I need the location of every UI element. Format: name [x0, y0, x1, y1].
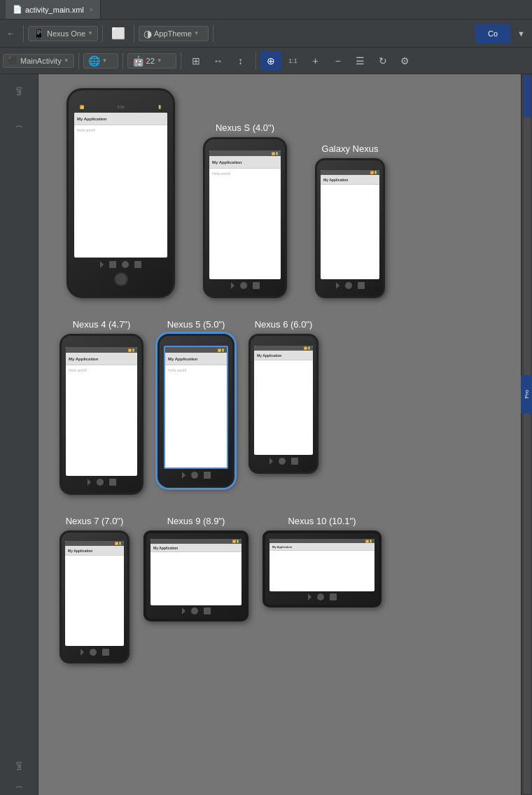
component-panel-btn[interactable]: Co	[475, 24, 510, 43]
toolbar-secondary: ⬛ MainActivity ▼ 🌐 ▼ 🤖 22 ▼ ⊞ ↔ ↕ ⊕ 1:1 …	[0, 48, 532, 74]
canvas-area[interactable]: 📶 5:10 🔋 My Application Hello world!	[38, 74, 521, 795]
nexus-4-content: Hello world!	[69, 368, 87, 372]
left-panel-label-4: )	[15, 786, 22, 788]
galaxy-nexus-label: Galaxy Nexus	[322, 143, 379, 154]
zoom-out-btn[interactable]: −	[328, 51, 349, 71]
nexus-one-device[interactable]: 📶 5:10 🔋 My Application Hello world!	[66, 88, 175, 298]
locale-selector[interactable]: 🌐 ▼	[83, 53, 118, 69]
back-btn-nexus-s	[231, 282, 234, 289]
zoom-in-btn[interactable]: +	[305, 51, 326, 71]
globe-icon: 🌐	[88, 55, 100, 66]
scroll-thumb[interactable]	[524, 76, 531, 118]
nexus-7-label: Nexus 7 (7.0")	[66, 516, 124, 526]
device-row-1: 📶 5:10 🔋 My Application Hello world!	[52, 88, 507, 298]
tab-close-btn[interactable]: ×	[90, 6, 93, 13]
nexus-10-screen: 📶🔋 My Application	[270, 539, 374, 591]
nexus-4-device[interactable]: 📶🔋 My Application Hello world!	[59, 334, 144, 495]
nexus-s-device[interactable]: 📶🔋 My Application Hello world!	[203, 137, 287, 298]
nexus-4-label: Nexus 4 (4.7")	[73, 319, 131, 330]
nexus-5-device[interactable]: 📶🔋 My Application Hello world!	[158, 334, 234, 488]
nexus-s-nav	[231, 282, 260, 289]
home-btn-nexus-6	[279, 458, 286, 465]
file-tab[interactable]: 📄 activity_main.xml ×	[6, 0, 101, 19]
refresh-icon: ↻	[379, 55, 387, 66]
zoom-fit-icon: 1:1	[288, 57, 298, 64]
api-selector[interactable]: 🤖 22 ▼	[127, 53, 176, 69]
nexus-5-content: Hello world!	[168, 368, 186, 372]
menu-btn-nexus-one	[109, 261, 116, 268]
blueprint-btn[interactable]: ☰	[350, 51, 371, 71]
device-selector[interactable]: 📱 Nexus One ▼	[28, 26, 98, 41]
settings-btn[interactable]: ⚙	[395, 51, 416, 71]
nexus-10-device[interactable]: 📶🔋 My Application	[262, 530, 382, 607]
nexus-one-screen: My Application Hello world!	[74, 113, 167, 258]
nexus-10-container: Nexus 10 (10.1") 📶🔋 My Application	[262, 516, 382, 607]
menu-btn-nexus-10	[330, 593, 337, 600]
nexus-4-container: Nexus 4 (4.7") 📶🔋 My Application Hello w…	[59, 319, 144, 495]
menu-btn-nexus-9	[204, 607, 211, 614]
galaxy-nexus-device[interactable]: 📶🔋 My Application	[315, 158, 385, 298]
toolbar2-sep-1	[78, 52, 79, 69]
nexus-one-content: Hello world!	[77, 128, 95, 132]
nexus-one-nav	[100, 261, 141, 268]
fit-screen-btn[interactable]: ⊞	[186, 51, 206, 71]
nexus-one-home-button[interactable]	[114, 272, 128, 286]
left-panel-label-3: tal)	[15, 761, 22, 771]
nexus-10-label: Nexus 10 (10.1")	[288, 516, 356, 526]
resize-h-btn[interactable]: ↔	[208, 51, 229, 71]
theme-dropdown-arrow: ▼	[194, 30, 200, 36]
fit-screen-icon: ⊞	[192, 55, 200, 66]
home-btn-nexus-10	[317, 593, 324, 600]
back-btn-nexus-5	[182, 472, 186, 479]
resize-v-btn[interactable]: ↕	[230, 51, 251, 71]
menu-btn-nexus-s	[253, 282, 260, 289]
home-btn-nexus-s	[240, 282, 247, 289]
nav-back-icon: ←	[7, 29, 15, 38]
theme-label: AppTheme	[154, 29, 192, 38]
nexus-10-app-title: My Application	[272, 545, 292, 549]
refresh-btn[interactable]: ↻	[372, 51, 393, 71]
tab-bar: 📄 activity_main.xml ×	[0, 0, 532, 20]
toolbar2-sep-4	[255, 52, 256, 69]
theme-selector[interactable]: ◑ AppTheme ▼	[139, 26, 209, 41]
home-btn-nexus-4	[97, 479, 104, 486]
search-btn-nexus-one	[134, 261, 141, 268]
nexus-7-device[interactable]: 📶🔋 My Application	[59, 530, 130, 663]
nexus-6-app-title: My Application	[257, 353, 281, 358]
nexus-s-label: Nexus S (4.0")	[216, 122, 274, 133]
galaxy-nexus-screen: 📶🔋 My Application	[321, 170, 379, 279]
nav-back-btn[interactable]: ←	[3, 27, 19, 40]
right-panel: Pro	[521, 74, 532, 795]
nexus-7-nav	[80, 649, 109, 656]
galaxy-nexus-app-title: My Application	[323, 178, 348, 182]
file-icon: 📄	[13, 5, 22, 14]
activity-label: MainActivity	[20, 57, 62, 65]
nexus-s-content: Hello world!	[212, 171, 230, 176]
main-area: tal) ) tal) ) 📶 5:10 🔋 My Application	[0, 74, 532, 795]
pro-tab-label: Pro	[524, 390, 530, 398]
toolbar-separator-4	[213, 25, 214, 42]
nexus-5-app-title: My Application	[168, 357, 197, 361]
activity-icon: ⬛	[8, 56, 18, 66]
settings-icon: ⚙	[400, 55, 410, 66]
zoom-region-btn[interactable]: ⊕	[260, 51, 281, 71]
layout-icon-btn[interactable]: ⬜	[107, 24, 130, 42]
toolbar-separator-2	[102, 25, 103, 42]
pro-panel-tab[interactable]: Pro	[521, 375, 532, 414]
back-btn-nexus-7	[80, 649, 84, 656]
zoom-fit-btn[interactable]: 1:1	[283, 51, 304, 71]
more-options-btn[interactable]: ▼	[513, 27, 529, 40]
nexus-7-container: Nexus 7 (7.0") 📶🔋 My Application	[59, 516, 130, 663]
back-btn-galaxy	[336, 282, 340, 289]
activity-selector[interactable]: ⬛ MainActivity ▼	[3, 54, 74, 68]
nexus-7-app-title: My Application	[68, 549, 92, 553]
device-dropdown-arrow: ▼	[88, 30, 93, 36]
toolbar-separator-3	[134, 25, 134, 42]
nexus-9-device[interactable]: 📶🔋 My Application	[144, 530, 248, 621]
left-panel: tal) ) tal) )	[0, 74, 38, 795]
nexus-6-device[interactable]: 📶🔋 My Application	[248, 334, 318, 474]
resize-v-icon: ↕	[238, 55, 243, 66]
api-level: 22	[146, 57, 155, 65]
nexus-5-container: Nexus 5 (5.0") 📶🔋 My Application Hello w…	[158, 319, 234, 488]
back-btn-nexus-one	[100, 261, 104, 268]
